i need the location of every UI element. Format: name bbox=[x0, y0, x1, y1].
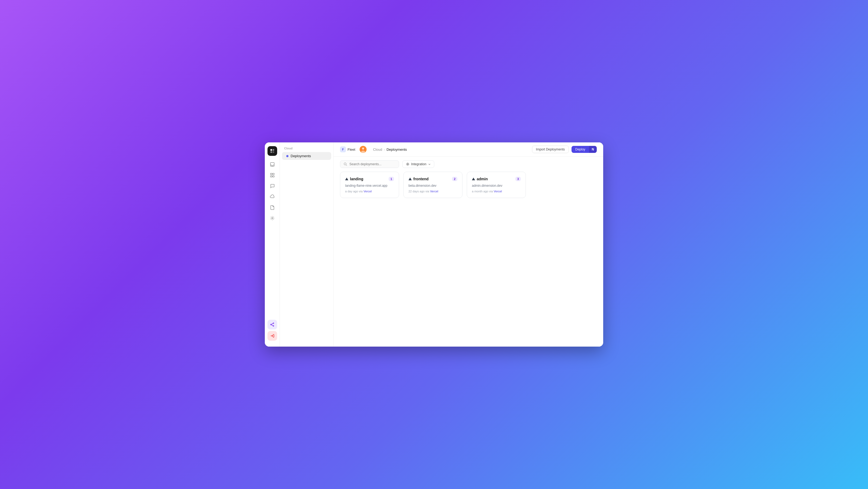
toolbar: Integration bbox=[334, 157, 603, 172]
deployment-provider: Vercel bbox=[364, 190, 372, 193]
breadcrumb-separator: › bbox=[384, 148, 385, 152]
deployment-badge: 2 bbox=[452, 177, 457, 181]
deployment-meta: a month ago via Vercel bbox=[472, 190, 521, 193]
file-icon[interactable] bbox=[268, 203, 277, 212]
deployment-card[interactable]: admin 3 admin.dimension.dev a month ago … bbox=[467, 172, 526, 198]
sidebar-section-cloud: Cloud bbox=[280, 147, 333, 152]
workspace-letter: F bbox=[340, 147, 346, 152]
svg-point-14 bbox=[362, 148, 364, 150]
workspace-name: Fleet bbox=[347, 148, 355, 152]
deployments-grid: landing 1 landing-flame-nine.vercel.app … bbox=[334, 172, 603, 205]
deployment-name: frontend bbox=[413, 177, 429, 181]
search-box[interactable] bbox=[340, 160, 399, 168]
cloud-icon[interactable] bbox=[268, 192, 277, 201]
icon-rail bbox=[265, 143, 280, 346]
search-icon bbox=[343, 162, 347, 166]
main-content: F Fleet Cloud › Deploy bbox=[334, 143, 603, 346]
integration-icon bbox=[406, 162, 409, 166]
svg-point-17 bbox=[407, 164, 408, 165]
chat-icon[interactable] bbox=[268, 182, 277, 190]
deployment-badge: 1 bbox=[389, 177, 394, 181]
deployments-dot bbox=[286, 155, 288, 157]
deployment-name: landing bbox=[350, 177, 363, 181]
deployment-card[interactable]: frontend 2 beta.dimension.dev 22 days ag… bbox=[403, 172, 462, 198]
deployment-provider: Vercel bbox=[430, 190, 438, 193]
card-header: landing 1 bbox=[345, 177, 394, 181]
integration-label: Integration bbox=[411, 162, 427, 166]
settings-icon[interactable] bbox=[268, 214, 277, 222]
svg-rect-2 bbox=[271, 151, 272, 153]
deployment-url: beta.dimension.dev bbox=[408, 184, 457, 187]
sidebar-item-deployments[interactable]: Deployments bbox=[282, 152, 331, 160]
deployment-url: landing-flame-nine.vercel.app bbox=[345, 184, 394, 187]
import-deployments-button[interactable]: Import Deployments bbox=[532, 146, 569, 153]
breadcrumb: Cloud › Deployments bbox=[373, 148, 407, 152]
svg-point-10 bbox=[273, 323, 274, 324]
deploy-label: Deploy bbox=[571, 146, 589, 153]
svg-point-16 bbox=[344, 163, 346, 165]
header-right: Import Deployments Deploy N bbox=[532, 146, 597, 153]
deployment-triangle-icon bbox=[472, 178, 475, 180]
deploy-shortcut: N bbox=[589, 146, 597, 153]
deployment-card[interactable]: landing 1 landing-flame-nine.vercel.app … bbox=[340, 172, 399, 198]
breadcrumb-current: Deployments bbox=[386, 148, 407, 152]
svg-point-11 bbox=[273, 326, 274, 327]
card-header: admin 3 bbox=[472, 177, 521, 181]
inbox-icon[interactable] bbox=[268, 160, 277, 169]
breadcrumb-parent: Cloud bbox=[373, 148, 382, 152]
svg-rect-8 bbox=[273, 176, 274, 177]
header: F Fleet Cloud › Deploy bbox=[334, 143, 603, 157]
card-title-row: frontend bbox=[408, 177, 429, 181]
svg-point-9 bbox=[272, 218, 273, 219]
svg-rect-6 bbox=[273, 173, 274, 175]
deployment-badge: 3 bbox=[516, 177, 521, 181]
chevron-down-icon bbox=[428, 163, 431, 165]
rail-bottom-actions bbox=[268, 320, 277, 343]
svg-rect-3 bbox=[273, 151, 274, 153]
deployment-meta: a day ago via Vercel bbox=[345, 190, 394, 193]
svg-point-12 bbox=[271, 324, 271, 325]
card-title-row: landing bbox=[345, 177, 363, 181]
svg-rect-7 bbox=[271, 176, 272, 177]
deployment-triangle-icon bbox=[408, 178, 412, 180]
deployment-meta: 22 days ago via Vercel bbox=[408, 190, 457, 193]
grid-icon[interactable] bbox=[268, 171, 277, 180]
deploy-button[interactable]: Deploy N bbox=[571, 146, 597, 153]
svg-rect-5 bbox=[271, 173, 272, 175]
deployment-provider: Vercel bbox=[494, 190, 502, 193]
search-input[interactable] bbox=[349, 162, 396, 166]
header-left: F Fleet Cloud › Deploy bbox=[340, 146, 407, 153]
card-title-row: admin bbox=[472, 177, 488, 181]
integration-button[interactable]: Integration bbox=[402, 160, 434, 168]
card-header: frontend 2 bbox=[408, 177, 457, 181]
workspace-badge: F Fleet bbox=[340, 147, 355, 152]
deployment-triangle-icon bbox=[345, 178, 348, 180]
sidebar: Cloud Deployments bbox=[280, 143, 334, 346]
deployment-name: admin bbox=[477, 177, 488, 181]
svg-rect-1 bbox=[273, 149, 274, 151]
logout-button[interactable] bbox=[268, 331, 277, 341]
sidebar-item-deployments-label: Deployments bbox=[290, 154, 311, 158]
share-button[interactable] bbox=[268, 320, 277, 329]
deployment-url: admin.dimension.dev bbox=[472, 184, 521, 187]
user-avatar[interactable] bbox=[360, 146, 367, 153]
app-logo bbox=[268, 146, 277, 156]
svg-rect-0 bbox=[271, 149, 272, 151]
